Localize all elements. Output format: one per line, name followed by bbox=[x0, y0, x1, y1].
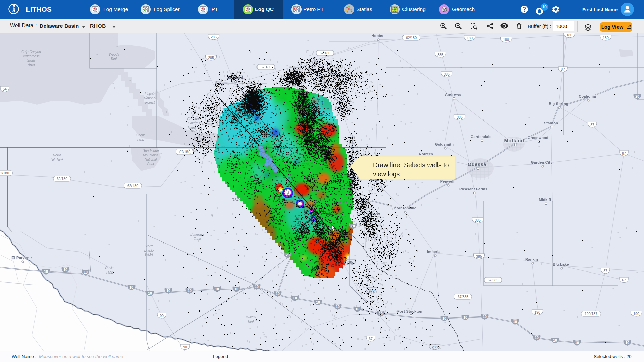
svg-text:Rankin: Rankin bbox=[525, 257, 538, 261]
svg-text:10: 10 bbox=[187, 289, 192, 293]
svg-text:67: 67 bbox=[622, 278, 626, 282]
svg-text:10: 10 bbox=[355, 307, 359, 311]
svg-text:Greenwood: Greenwood bbox=[528, 136, 548, 140]
svg-text:view logs: view logs bbox=[373, 170, 400, 178]
svg-text:10: 10 bbox=[463, 315, 467, 319]
svg-text:10: 10 bbox=[483, 315, 487, 319]
svg-text:Pleasant Farms: Pleasant Farms bbox=[459, 187, 487, 191]
svg-text:385: 385 bbox=[476, 254, 482, 258]
svg-text:87: 87 bbox=[561, 67, 565, 71]
svg-text:10: 10 bbox=[575, 341, 579, 345]
svg-text:Draw line, Selects wells to: Draw line, Selects wells to bbox=[373, 161, 449, 169]
svg-text:National: National bbox=[145, 158, 157, 161]
svg-text:Odessa: Odessa bbox=[468, 162, 486, 167]
svg-text:Tank: Tank bbox=[247, 320, 255, 323]
svg-text:10: 10 bbox=[148, 291, 152, 295]
svg-text:10: 10 bbox=[535, 336, 539, 340]
svg-text:Garden City: Garden City bbox=[531, 160, 553, 164]
svg-text:10: 10 bbox=[44, 269, 48, 274]
svg-text:87: 87 bbox=[622, 151, 626, 155]
svg-text:285: 285 bbox=[369, 288, 375, 292]
svg-text:Hill Tank: Hill Tank bbox=[51, 158, 64, 161]
svg-text:10: 10 bbox=[215, 287, 219, 291]
svg-text:20: 20 bbox=[635, 94, 639, 98]
svg-text:Goldsmith: Goldsmith bbox=[435, 142, 454, 146]
svg-text:Park: Park bbox=[147, 162, 155, 166]
svg-text:Hobbs: Hobbs bbox=[371, 34, 383, 38]
svg-text:Caverns: Caverns bbox=[187, 121, 200, 125]
svg-text:Mountains: Mountains bbox=[143, 153, 158, 157]
svg-text:Gardendale: Gardendale bbox=[471, 135, 492, 139]
svg-text:10: 10 bbox=[129, 285, 133, 289]
svg-text:Diablo: Diablo bbox=[144, 249, 154, 252]
svg-text:20: 20 bbox=[351, 224, 355, 228]
svg-text:10: 10 bbox=[336, 305, 340, 309]
svg-text:El Porvenir: El Porvenir bbox=[12, 256, 32, 260]
svg-text:Stanton: Stanton bbox=[544, 121, 558, 125]
svg-text:67/385: 67/385 bbox=[488, 278, 498, 282]
svg-text:Big Lake: Big Lake bbox=[553, 262, 569, 266]
svg-text:10: 10 bbox=[316, 300, 320, 304]
svg-text:62/180: 62/180 bbox=[57, 177, 67, 181]
svg-text:10: 10 bbox=[293, 296, 297, 300]
svg-text:285: 285 bbox=[347, 260, 353, 264]
svg-text:62/180: 62/180 bbox=[261, 65, 271, 69]
svg-text:Willow: Willow bbox=[246, 315, 256, 319]
svg-text:62/180: 62/180 bbox=[406, 36, 417, 40]
svg-text:87: 87 bbox=[590, 123, 594, 127]
svg-text:10: 10 bbox=[442, 316, 446, 320]
svg-text:Study: Study bbox=[27, 59, 36, 62]
svg-text:10: 10 bbox=[276, 292, 280, 296]
svg-text:90: 90 bbox=[160, 314, 164, 318]
svg-text:67/385: 67/385 bbox=[458, 295, 468, 299]
svg-text:180: 180 bbox=[566, 33, 572, 37]
svg-text:285: 285 bbox=[208, 56, 214, 60]
svg-text:Thorntonville: Thorntonville bbox=[392, 206, 416, 210]
svg-text:285: 285 bbox=[432, 345, 438, 349]
svg-text:62/180: 62/180 bbox=[0, 171, 9, 175]
svg-text:10: 10 bbox=[255, 285, 259, 289]
svg-text:Tank: Tank bbox=[110, 57, 118, 61]
svg-text:Big Spring: Big Spring bbox=[549, 102, 568, 106]
svg-text:10: 10 bbox=[625, 341, 629, 345]
svg-text:190: 190 bbox=[633, 312, 639, 316]
svg-text:10: 10 bbox=[84, 270, 88, 274]
svg-text:Forest: Forest bbox=[145, 101, 155, 104]
svg-text:Penwell: Penwell bbox=[440, 179, 454, 183]
svg-text:Lincoln: Lincoln bbox=[145, 92, 155, 96]
svg-text:10: 10 bbox=[63, 268, 67, 272]
svg-text:Imperial: Imperial bbox=[427, 250, 442, 254]
svg-text:285: 285 bbox=[211, 35, 217, 39]
svg-text:Snow: Snow bbox=[136, 133, 145, 137]
svg-text:Davis: Davis bbox=[105, 266, 113, 270]
svg-text:Butterass: Butterass bbox=[190, 233, 204, 236]
svg-text:Wilderness: Wilderness bbox=[23, 54, 39, 58]
svg-text:62/180: 62/180 bbox=[179, 150, 190, 154]
svg-text:190: 190 bbox=[534, 310, 540, 314]
svg-text:Midkiff: Midkiff bbox=[539, 198, 551, 202]
svg-text:Fort Stockton: Fort Stockton bbox=[397, 309, 422, 313]
svg-text:385: 385 bbox=[444, 72, 450, 76]
svg-text:385: 385 bbox=[437, 53, 443, 57]
svg-text:10: 10 bbox=[513, 320, 517, 324]
svg-text:10: 10 bbox=[166, 289, 170, 293]
svg-text:RSON: RSON bbox=[232, 198, 243, 202]
svg-text:10: 10 bbox=[553, 338, 557, 342]
svg-text:Guadalupe: Guadalupe bbox=[143, 149, 159, 153]
svg-text:Tank: Tank bbox=[106, 270, 113, 274]
svg-text:LOVING: LOVING bbox=[299, 163, 313, 167]
svg-text:Sierra: Sierra bbox=[145, 244, 154, 248]
svg-text:Tank: Tank bbox=[137, 138, 144, 141]
svg-text:190/137: 190/137 bbox=[585, 312, 597, 316]
svg-text:87: 87 bbox=[603, 269, 607, 273]
svg-text:Andrews: Andrews bbox=[445, 92, 461, 96]
svg-text:Woods: Woods bbox=[109, 53, 119, 56]
svg-text:WARD: WARD bbox=[336, 200, 347, 204]
svg-text:67: 67 bbox=[369, 337, 373, 341]
svg-text:90: 90 bbox=[183, 345, 187, 349]
svg-text:Park: Park bbox=[191, 130, 198, 134]
svg-text:Midland: Midland bbox=[504, 138, 524, 143]
svg-text:62/180: 62/180 bbox=[127, 184, 138, 188]
svg-text:180: 180 bbox=[467, 36, 473, 40]
svg-text:National: National bbox=[144, 96, 156, 100]
